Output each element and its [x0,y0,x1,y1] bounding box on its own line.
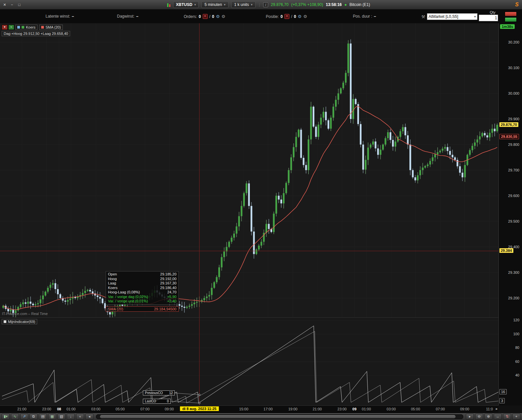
price-pane[interactable]: ▾ ≈ Koers SMA (20) Dag:+Hoog 29.912,50 +… [0,23,498,317]
orders-count-2: 0 [212,14,214,19]
sell-button[interactable] [505,12,517,16]
position-settings-icon[interactable]: ⚙ [298,14,302,19]
position-settings-icon-2[interactable]: ⚙ [303,14,307,19]
qty-group [479,15,498,21]
indicator-canvas[interactable] [0,318,498,406]
units-label: 1 k units [234,2,249,7]
timeaxis-next-icon[interactable]: » [495,407,497,411]
add-indicator-button[interactable]: ≈ [8,25,14,30]
orders-settings-icon-2[interactable]: ⚙ [221,14,225,19]
zoom-out-icon[interactable]: ⊖ [475,414,483,420]
symbol-dropdown[interactable]: XBTUSD ▾ [173,1,199,8]
time-tick-label: 05:00 [116,407,125,411]
save-icon[interactable]: ↓ [67,414,75,420]
indicator-tick-label: 100 [513,332,519,336]
indicator-tick-label: 120 [513,318,519,322]
close-icon[interactable]: ✕ [2,3,7,7]
time-tick-label: 21:00 [17,407,27,411]
time-tick-label: 08 [57,407,61,411]
price-swatch-icon [17,26,20,29]
time-tick-label: 15:00 [239,407,249,411]
info-icon[interactable]: i [263,2,268,7]
symbol-label: XBTUSD [176,2,192,7]
grid-icon[interactable]: ▧ [57,414,65,420]
order-type-select[interactable]: AtMarket [L0,S5] ▾ [427,13,477,20]
previous-co-box: PreviousCO 12 [143,390,175,395]
qty-label: Qty [490,10,495,14]
position-separator: / [291,14,292,19]
indicators-icon[interactable]: ∿ [11,414,19,420]
time-tick-label: 21:00 [313,407,322,411]
maximize-icon[interactable]: □ [17,3,22,7]
data-window-row-value: 29.186,40 [160,286,176,290]
order-type-group: ⚒ AtMarket [L0,S5] ▾ [421,13,477,20]
qty-input[interactable] [479,15,498,21]
chart-tools-button[interactable]: ▾ [2,25,8,30]
notes-icon[interactable]: ▤ [39,414,47,420]
sma-value-box: SMA (20) 29.184,94500 [106,306,179,312]
close-position-icon[interactable]: ✕ [284,14,289,19]
price-tick-label: 29.900 [508,117,519,121]
data-window-row: Open29.185,20 [108,272,176,277]
scroll-right-icon[interactable]: ▸ [466,414,474,420]
collapse-icon[interactable]: « [76,414,84,420]
orders-group: Orders: 0 ✕ / 0 ⚙⚙ [184,14,225,19]
day-profit-value: – [136,14,139,19]
sma-legend[interactable]: SMA (20) [39,25,63,30]
indicator-tick-label: 40 [515,373,519,377]
time-axis[interactable]: » 21:0023:000801:0003:0005:0007:0009:001… [0,405,498,413]
order-type-value: AtMarket [L0,S5] [429,14,458,20]
data-window-row-value: 29.167,30 [160,281,176,286]
sma-box-label: SMA (20) [108,307,123,311]
duplicate-icon[interactable]: ⧉ [30,414,38,420]
position-duration-group: Pos. duur : – [353,14,376,19]
platform-logo-icon[interactable]: S [515,2,519,8]
chart-scrollbar[interactable] [96,414,463,419]
units-dropdown[interactable]: 1 k units ▾ [231,1,256,8]
pointer-icon[interactable]: + [512,414,520,420]
indicator-legend[interactable]: MijnIndicator(69) [2,319,37,324]
time-tick-label: 03:00 [387,407,396,411]
crosshair-time-badge: di 8 aug. 2023 11:25 [180,406,219,411]
scale-mode-icon[interactable]: ⇅ [503,414,511,420]
price-chart-canvas[interactable] [0,23,498,317]
buy-button[interactable] [505,17,517,22]
candlestick-icon [167,2,170,7]
minimize-icon[interactable]: − [9,3,15,7]
latent-profit-value: – [72,14,74,19]
price-series-legend[interactable]: Koers [15,25,38,30]
data-window-row-label: Var. / vorige unit (0,01%) [108,299,148,304]
price-axis[interactable]: 1m38s 30.20030.10030.00029.90029.80029.7… [498,23,522,405]
day-range-label: Dag:+Hoog 29.912,50 +Laag 29.658,40 [4,32,68,36]
scrollbar-thumb[interactable] [100,415,456,418]
data-window-row: Hoog29.192,00 [108,277,176,281]
zoom-in-icon[interactable]: ⊕ [484,414,492,420]
chevron-down-icon: ▾ [474,14,476,20]
price-series-label: Koers [26,25,36,29]
chart-type-icon[interactable]: ▮▾ [2,414,10,420]
time-tick-label: 23:00 [42,407,52,411]
price-swatch-icon-2 [22,26,24,29]
chevron-down-icon: ▾ [251,3,253,6]
price-tick-label: 29.600 [508,194,519,198]
day-profit-group: Dagwinst: – [117,14,138,19]
sma-series-label: SMA (20) [46,25,61,29]
data-window-row-label: Var. / vorige dag (0,02%) [108,295,148,299]
zoom-reset-icon[interactable]: ↔ [494,414,502,420]
wrench-icon[interactable]: ⚒ [421,14,425,19]
time-tick-label: 07:00 [436,407,445,411]
orders-settings-icon[interactable]: ⚙ [216,14,220,19]
table-icon[interactable]: ▦ [48,414,56,420]
timeframe-dropdown[interactable]: 5 minuten ▾ [201,1,228,8]
share-icon[interactable]: ⇗ [20,414,28,420]
data-window-row-label: Open [108,272,117,277]
last-price: 29.876,70 [271,2,288,7]
chevron-down-icon: ▾ [224,3,226,6]
cancel-orders-icon[interactable]: ✕ [203,14,208,19]
indicator-pane[interactable]: MijnIndicator(69) PreviousCO 12 LastCO 0 [0,317,498,406]
sma-box-value: 29.184,94500 [154,307,176,311]
latent-profit-label: Latente winst: [46,14,70,19]
position-label: Positie: [266,14,279,19]
scroll-left-icon[interactable]: ◂ [85,414,93,420]
indicator-tick-label: 60 [515,360,519,364]
